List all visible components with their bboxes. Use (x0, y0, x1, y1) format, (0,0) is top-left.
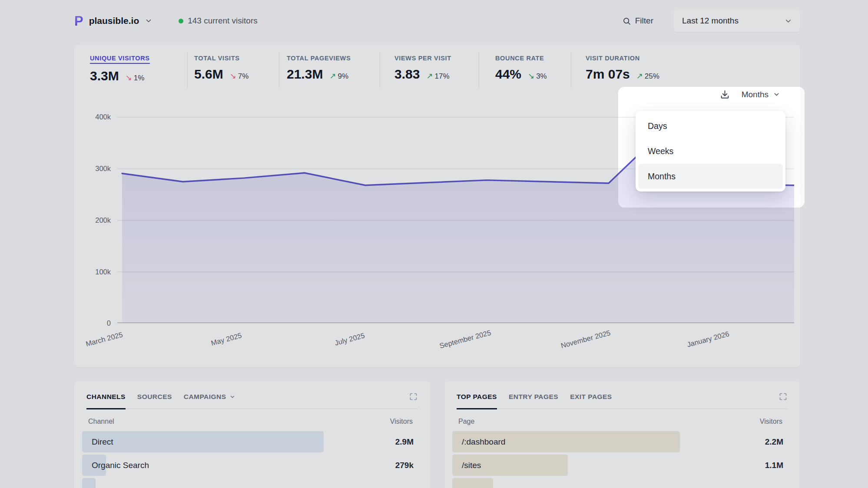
chevron-down-icon (773, 91, 780, 98)
date-range-button[interactable]: Last 12 months (673, 10, 800, 32)
stat-divider (187, 52, 188, 88)
interval-option-days[interactable]: Days (638, 113, 783, 138)
stat-value: 7m 07s (586, 67, 630, 82)
plausible-logo-icon: P (74, 14, 83, 28)
trend-arrow-icon: ↘ (528, 71, 534, 81)
site-switcher[interactable]: P plausible.io (74, 14, 152, 28)
stat-divider (279, 52, 279, 88)
stat-total-visits[interactable]: TOTAL VISITS5.6M↘7% (194, 54, 248, 82)
graph-controls: Months (719, 89, 780, 100)
pages-tabs: TOP PAGESENTRY PAGESEXIT PAGES (457, 392, 788, 409)
stat-label: BOUNCE RATE (495, 55, 544, 62)
row-visitors: 1.1M (765, 455, 783, 476)
channels-rows: Direct2.9MOrganic Search279k (86, 431, 418, 488)
stat-divider (479, 52, 479, 88)
download-icon (719, 89, 730, 100)
stat-divider (380, 52, 380, 88)
stat-change: ↘3% (528, 71, 547, 81)
live-indicator-dot (179, 19, 183, 23)
interval-option-weeks[interactable]: Weeks (638, 138, 783, 164)
stat-total-pageviews[interactable]: TOTAL PAGEVIEWS21.3M↗9% (287, 54, 351, 82)
current-visitors[interactable]: 143 current visitors (179, 16, 258, 26)
table-row[interactable]: /sites1.1M (452, 455, 792, 476)
stat-value: 44% (495, 67, 521, 82)
value-bar (82, 478, 96, 488)
tab-channels[interactable]: CHANNELS (86, 393, 126, 401)
tab-campaigns[interactable]: CAMPAIGNS (184, 393, 235, 401)
chevron-down-icon (784, 17, 792, 25)
table-row[interactable]: /:dashboard2.2M (452, 431, 792, 452)
stat-visit-duration[interactable]: VISIT DURATION7m 07s↗25% (586, 54, 659, 82)
trend-arrow-icon: ↘ (230, 71, 236, 81)
stat-views-per-visit[interactable]: VIEWS PER VISIT3.83↗17% (394, 54, 451, 82)
search-icon (622, 16, 631, 26)
y-tick-label: 100k (82, 268, 111, 276)
value-bar (452, 478, 493, 488)
interval-option-months[interactable]: Months (638, 164, 783, 189)
current-visitors-label: 143 current visitors (188, 16, 258, 26)
stat-value: 21.3M (287, 67, 323, 82)
tab-top-pages[interactable]: TOP PAGES (457, 393, 497, 401)
plausible-dashboard: P plausible.io 143 current visitors Filt… (0, 0, 868, 488)
row-label: /:dashboard (462, 431, 505, 452)
pages-rows: /:dashboard2.2M/sites1.1M (457, 431, 788, 488)
top-pages-card: TOP PAGESENTRY PAGESEXIT PAGESPageVisito… (444, 381, 800, 488)
row-visitors: 2.9M (395, 431, 414, 452)
channels-tabs: CHANNELSSOURCESCAMPAIGNS (86, 392, 418, 409)
visitors-graph-card: UNIQUE VISITORS3.3M↘1%TOTAL VISITS5.6M↘7… (74, 45, 800, 367)
column-header: Page (458, 418, 474, 425)
stat-label: TOTAL PAGEVIEWS (287, 55, 351, 62)
tab-label: ENTRY PAGES (509, 393, 558, 401)
interval-selector[interactable]: Months (742, 90, 780, 99)
stat-divider (571, 52, 571, 88)
table-row[interactable]: Direct2.9M (82, 431, 422, 452)
expand-icon[interactable] (409, 392, 418, 401)
stat-change: ↗9% (329, 71, 348, 81)
chevron-down-icon (229, 394, 235, 400)
stat-label: VIEWS PER VISIT (394, 55, 451, 62)
filter-button[interactable]: Filter (622, 16, 653, 26)
stat-label: UNIQUE VISITORS (90, 55, 150, 64)
table-row-partial (82, 478, 422, 488)
tab-exit-pages[interactable]: EXIT PAGES (570, 393, 612, 401)
trend-arrow-icon: ↗ (329, 71, 336, 81)
site-name: plausible.io (89, 16, 139, 26)
pages-column-headers: PageVisitors (457, 418, 788, 425)
channels-card: CHANNELSSOURCESCAMPAIGNSChannelVisitorsD… (74, 381, 430, 488)
tab-label: TOP PAGES (457, 393, 497, 401)
column-header: Channel (88, 418, 114, 425)
tab-entry-pages[interactable]: ENTRY PAGES (509, 393, 558, 401)
tab-label: EXIT PAGES (570, 393, 612, 401)
tab-label: CAMPAIGNS (184, 393, 226, 401)
tab-sources[interactable]: SOURCES (137, 393, 172, 401)
table-row[interactable]: Organic Search279k (82, 455, 422, 476)
expand-icon[interactable] (779, 392, 788, 401)
channels-column-headers: ChannelVisitors (86, 418, 418, 425)
filter-label: Filter (635, 16, 653, 26)
stat-unique-visitors[interactable]: UNIQUE VISITORS3.3M↘1% (90, 54, 150, 83)
stat-value: 5.6M (194, 67, 223, 82)
stat-value: 3.83 (394, 67, 420, 82)
trend-arrow-icon: ↗ (636, 71, 643, 81)
trend-arrow-icon: ↗ (426, 71, 433, 81)
interval-dropdown-menu: DaysWeeksMonths (636, 111, 785, 191)
stat-value: 3.3M (90, 69, 119, 83)
interval-selected-label: Months (742, 90, 769, 99)
row-label: Organic Search (92, 455, 149, 476)
stat-change: ↘7% (230, 71, 249, 81)
column-header: Visitors (760, 418, 782, 425)
top-bar: P plausible.io 143 current visitors Filt… (74, 10, 800, 32)
stat-change: ↗25% (636, 71, 659, 81)
stat-bounce-rate[interactable]: BOUNCE RATE44%↘3% (495, 54, 547, 82)
row-label: /sites (462, 455, 481, 476)
y-tick-label: 0 (82, 319, 111, 327)
y-tick-label: 400k (82, 113, 111, 121)
stat-label: TOTAL VISITS (194, 55, 240, 62)
row-visitors: 279k (395, 455, 414, 476)
column-header: Visitors (390, 418, 413, 425)
row-label: Direct (92, 431, 113, 452)
chevron-down-icon (145, 17, 152, 25)
download-export-button[interactable] (719, 89, 730, 100)
date-range-label: Last 12 months (682, 16, 739, 26)
tab-label: CHANNELS (86, 393, 126, 401)
